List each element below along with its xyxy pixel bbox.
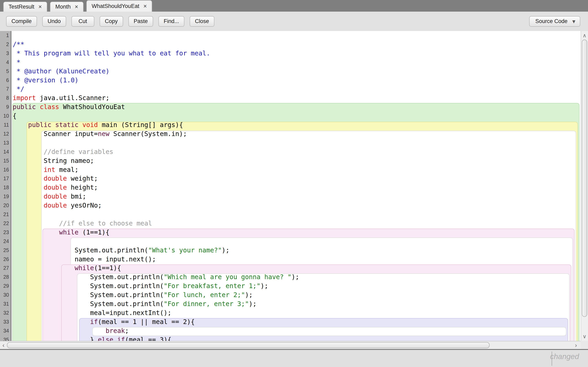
line-number: 11 (0, 120, 9, 129)
code-line-26[interactable]: nameo = input.next(); (13, 255, 156, 264)
line-number: 33 (0, 317, 9, 326)
line-number: 27 (0, 264, 9, 273)
line-number: 20 (0, 201, 9, 210)
paste-button[interactable]: Paste (129, 16, 153, 27)
chevron-down-icon: ▾ (572, 18, 575, 25)
line-number: 19 (0, 192, 9, 201)
cut-button[interactable]: Cut (71, 16, 94, 27)
code-line-35[interactable]: } else if(meal == 3){ (13, 335, 172, 341)
line-number: 34 (0, 326, 9, 335)
code-line-27[interactable]: while(1==1){ (13, 264, 121, 273)
code-line-29[interactable]: System.out.println("For breakfast, enter… (13, 282, 268, 291)
code-line-16[interactable]: int meal; (13, 165, 78, 174)
line-number-gutter: 1234567891011121314151617181920212223242… (0, 31, 11, 341)
scrollbar-corner (581, 341, 588, 349)
line-number: 28 (0, 273, 9, 282)
code-line-33[interactable]: if(meal == 1 || meal == 2){ (13, 317, 195, 326)
line-number: 5 (0, 67, 9, 76)
code-line-7[interactable]: */ (13, 85, 24, 94)
tab-label: TestResult (9, 4, 34, 10)
code-line-8[interactable]: import java.util.Scanner; (13, 94, 109, 103)
code-line-30[interactable]: System.out.println("For lunch, enter 2;"… (13, 291, 253, 300)
changed-status-label: changed (550, 352, 579, 361)
code-editor[interactable]: /** * This program will tell you what to… (0, 31, 581, 341)
line-number: 25 (0, 246, 9, 255)
code-line-2[interactable]: /** (13, 40, 24, 49)
bluej-editor-window: TestResult×Month×WhatShouldYouEat× Compi… (0, 0, 588, 367)
line-number: 14 (0, 147, 9, 156)
horizontal-scrollbar[interactable]: ‹ › (0, 341, 581, 349)
line-number: 2 (0, 40, 9, 49)
line-number: 32 (0, 309, 9, 317)
line-number: 35 (0, 335, 9, 341)
line-number: 24 (0, 237, 9, 246)
code-line-11[interactable]: public static void main (String[] args){ (13, 120, 183, 129)
code-line-15[interactable]: String nameo; (13, 156, 94, 165)
line-number: 15 (0, 156, 9, 165)
line-number: 17 (0, 174, 9, 183)
tab-testresult[interactable]: TestResult× (3, 2, 47, 12)
line-number: 13 (0, 138, 9, 147)
code-line-10[interactable]: { (13, 111, 17, 120)
code-line-17[interactable]: double weight; (13, 174, 98, 183)
scroll-right-icon[interactable]: › (573, 341, 579, 349)
copy-button[interactable]: Copy (100, 16, 123, 27)
undo-button[interactable]: Undo (42, 16, 66, 27)
code-area[interactable]: /** * This program will tell you what to… (12, 31, 581, 341)
line-number: 18 (0, 183, 9, 192)
view-selector-value: Source Code (535, 18, 568, 25)
tab-whatshouldyoueat[interactable]: WhatShouldYouEat× (86, 0, 152, 12)
find-button[interactable]: Find... (158, 16, 184, 27)
code-line-5[interactable]: * @author (KaluneCreate) (13, 67, 109, 76)
line-number: 22 (0, 219, 9, 228)
code-line-31[interactable]: System.out.println("For dinner, enter 3;… (13, 300, 257, 309)
code-line-20[interactable]: double yesOrNo; (13, 201, 102, 210)
line-number: 10 (0, 111, 9, 120)
line-number: 26 (0, 255, 9, 264)
line-number: 23 (0, 228, 9, 237)
line-number: 3 (0, 49, 9, 58)
code-line-34[interactable]: break; (13, 326, 129, 335)
line-number: 9 (0, 103, 9, 111)
line-number: 12 (0, 129, 9, 138)
code-line-3[interactable]: * This program will tell you what to eat… (13, 49, 210, 58)
line-number: 7 (0, 85, 9, 94)
code-line-14[interactable]: //define variables (13, 147, 113, 156)
scroll-up-icon[interactable]: ∧ (581, 32, 588, 39)
scroll-down-icon[interactable]: ∨ (581, 333, 588, 340)
line-number: 30 (0, 291, 9, 300)
horizontal-scrollbar-thumb[interactable] (7, 342, 490, 348)
line-number: 4 (0, 58, 9, 67)
view-selector-dropdown[interactable]: Source Code ▾ (529, 16, 580, 27)
scroll-left-icon[interactable]: ‹ (0, 341, 7, 349)
vertical-scrollbar[interactable]: ∧ ∨ (581, 31, 588, 341)
line-number: 6 (0, 76, 9, 85)
close-icon[interactable]: × (38, 4, 42, 10)
if-body-box (92, 327, 566, 336)
line-number: 1 (0, 31, 9, 40)
code-line-23[interactable]: while (1==1){ (13, 228, 109, 237)
code-line-6[interactable]: * @version (1.0) (13, 76, 78, 85)
code-line-4[interactable]: * (13, 58, 20, 67)
code-line-25[interactable]: System.out.println("What's your name?"); (13, 246, 229, 255)
close-button[interactable]: Close (190, 16, 214, 27)
code-line-28[interactable]: System.out.println("Which meal are you g… (13, 273, 299, 282)
tab-month[interactable]: Month× (50, 2, 84, 12)
status-bar: changed (0, 349, 588, 367)
code-line-9[interactable]: public class WhatShouldYouEat (13, 103, 125, 111)
compile-button[interactable]: Compile (6, 16, 37, 27)
code-line-18[interactable]: double height; (13, 183, 98, 192)
vertical-scrollbar-thumb[interactable] (582, 40, 587, 317)
line-number: 21 (0, 210, 9, 219)
close-icon[interactable]: × (75, 4, 78, 10)
code-line-12[interactable]: Scanner input=new Scanner(System.in); (13, 129, 187, 138)
code-line-19[interactable]: double bmi; (13, 192, 86, 201)
tab-label: Month (55, 4, 71, 10)
tab-label: WhatShouldYouEat (92, 3, 139, 9)
line-number: 29 (0, 282, 9, 291)
code-line-22[interactable]: //if else to choose meal (13, 219, 152, 228)
code-line-32[interactable]: meal=input.nextInt(); (13, 309, 172, 317)
close-icon[interactable]: × (143, 3, 147, 9)
line-number: 31 (0, 300, 9, 309)
line-number: 8 (0, 94, 9, 103)
